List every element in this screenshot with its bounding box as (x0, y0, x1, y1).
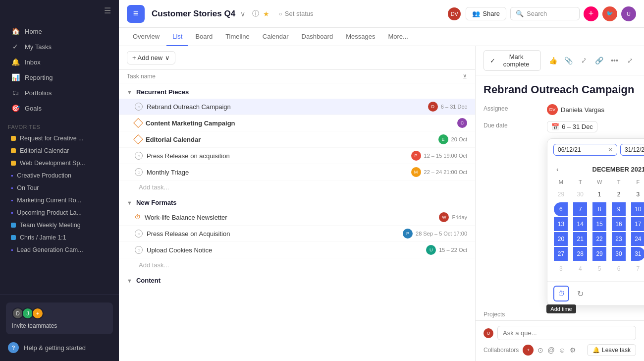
radio-icon[interactable]: ⊙ (537, 346, 543, 354)
cal-day[interactable]: 5 (592, 262, 606, 276)
ask-question-input[interactable] (497, 326, 636, 340)
set-status-button[interactable]: ○ Set status (274, 8, 318, 19)
attach-button[interactable]: 📎 (562, 54, 575, 67)
cal-day[interactable]: 7 (631, 262, 644, 276)
project-chevron-icon[interactable]: ∨ (240, 10, 245, 18)
start-date-clear[interactable]: ✕ (608, 146, 613, 153)
cal-day-20[interactable]: 20 (554, 232, 568, 246)
cal-day-15[interactable]: 15 (592, 217, 606, 231)
cal-day[interactable]: 1 (592, 187, 606, 201)
add-task-new-formats[interactable]: Add task... (119, 258, 475, 272)
invite-teammates-box[interactable]: D J + Invite teammates (6, 302, 113, 334)
calendar-end-input[interactable]: 31/12/21 ✕ (620, 144, 644, 156)
sidebar-item-my-tasks[interactable]: ✓ My Tasks (3, 39, 116, 54)
cal-day-9[interactable]: 9 (612, 202, 626, 216)
add-task-recurrent[interactable]: Add task... (119, 180, 475, 194)
sidebar-item-portfolios[interactable]: 🗂 Portfolios (3, 85, 116, 100)
cal-day[interactable]: 6 (612, 262, 626, 276)
cal-day-10[interactable]: 10 (631, 202, 644, 216)
cal-day-22[interactable]: 22 (592, 232, 606, 246)
add-button[interactable]: + (584, 6, 598, 21)
add-new-button[interactable]: + Add new ∨ (127, 51, 175, 64)
cal-day-30[interactable]: 30 (612, 247, 626, 261)
cal-day-8[interactable]: 8 (592, 202, 606, 216)
cal-day[interactable]: 3 (631, 187, 644, 201)
cal-day[interactable]: 2 (612, 187, 626, 201)
cal-day[interactable]: 30 (573, 187, 587, 201)
calendar-start-input[interactable]: 06/12/21 ✕ (553, 144, 617, 156)
tab-messages[interactable]: Messages (340, 28, 381, 46)
sidebar-item-goals[interactable]: 🎯 Goals (3, 101, 116, 116)
favorites-item[interactable]: Editorial Calendar (3, 145, 116, 157)
favorites-item[interactable]: ▪Upcoming Product La... (3, 207, 116, 219)
cal-day-27[interactable]: 27 (554, 247, 568, 261)
star-icon[interactable]: ★ (263, 10, 269, 18)
favorites-item[interactable]: Web Development Sp... (3, 157, 116, 169)
sidebar-item-inbox[interactable]: 🔔 Inbox (3, 55, 116, 69)
cal-day-23[interactable]: 23 (612, 232, 626, 246)
leave-task-button[interactable]: 🔔 Leave task (587, 344, 636, 356)
repeat-button[interactable]: ↻ (573, 287, 587, 301)
sidebar-toggle-icon[interactable]: ☰ (104, 6, 111, 15)
add-time-button[interactable]: ⏱ (553, 286, 569, 301)
favorites-item[interactable]: ▪On Tour (3, 182, 116, 194)
emoji-icon[interactable]: ☺ (559, 346, 566, 354)
field-value-due-date[interactable]: 📅 6 – 31 Dec (547, 121, 597, 132)
cal-day[interactable]: 29 (554, 187, 568, 201)
user-avatar-1[interactable]: DV (447, 6, 462, 21)
cal-day-13[interactable]: 13 (554, 217, 568, 231)
calendar-prev-button[interactable]: ‹ (553, 165, 561, 174)
tab-timeline[interactable]: Timeline (219, 28, 256, 46)
sidebar-item-reporting[interactable]: 📊 Reporting (3, 70, 116, 85)
sidebar-item-home[interactable]: 🏠 Home (3, 24, 116, 39)
due-date-button[interactable]: 📅 6 – 31 Dec (547, 121, 597, 132)
expand-button[interactable]: ⤢ (624, 54, 636, 67)
task-row-content-marketing[interactable]: Content Marketing Campaign C (119, 115, 475, 131)
cal-day[interactable]: 3 (554, 262, 568, 276)
help-item[interactable]: ? Help & getting started (0, 338, 119, 357)
tab-overview[interactable]: Overview (127, 28, 165, 46)
tab-list[interactable]: List (166, 28, 188, 46)
favorites-item[interactable]: ▪Creative Production (3, 170, 116, 181)
section-new-formats[interactable]: ▼ New Formats (119, 194, 475, 209)
task-row-monthly-triage[interactable]: ○ Monthly Triage M 22 – 24 21:00 Oct (119, 164, 475, 180)
favorites-item[interactable]: ▪Marketing Current Ro... (3, 194, 116, 206)
settings-icon[interactable]: ⚙ (570, 346, 576, 354)
task-row-press-release[interactable]: ○ Press Release on acquisition P 12 – 15… (119, 148, 475, 164)
favorites-item[interactable]: Request for Creative ... (3, 132, 116, 144)
cal-day[interactable]: 4 (573, 262, 587, 276)
search-box[interactable]: 🔍 Search (510, 7, 580, 20)
cal-day-24[interactable]: 24 (631, 232, 644, 246)
cal-day-21[interactable]: 21 (573, 232, 587, 246)
tab-dashboard[interactable]: Dashboard (296, 28, 339, 46)
task-row-work-life[interactable]: ⏱ Work-life Balance Newsletter W Friday (119, 209, 475, 226)
tab-more[interactable]: More... (382, 28, 414, 46)
user-avatar-2[interactable]: 🐦 (602, 6, 617, 21)
cal-day-14[interactable]: 14 (573, 217, 587, 231)
favorites-item[interactable]: Team Weekly Meeting (3, 219, 116, 231)
section-recurrent-pieces[interactable]: ▼ Recurrent Pieces (119, 83, 475, 99)
tab-board[interactable]: Board (189, 28, 218, 46)
like-button[interactable]: 👍 (547, 54, 559, 67)
filter-icon[interactable]: ⊻ (463, 73, 467, 80)
cal-day-31[interactable]: 31 (631, 247, 644, 261)
section-content[interactable]: ▼ Content (119, 272, 475, 287)
at-icon[interactable]: @ (547, 346, 554, 354)
cal-day-17[interactable]: 17 (631, 217, 644, 231)
task-row-editorial[interactable]: Editorial Calendar E 20 Oct (119, 131, 475, 148)
more-button[interactable]: ••• (608, 54, 621, 67)
cal-day-28[interactable]: 28 (573, 247, 587, 261)
favorites-item[interactable]: Chris / Jamie 1:1 (3, 232, 116, 243)
task-row-press-acquisition[interactable]: ○ Press Release on Acquisition P 28 Sep … (119, 226, 475, 242)
link-button[interactable]: 🔗 (593, 54, 605, 67)
info-icon[interactable]: ⓘ (252, 9, 259, 18)
task-row-rebrand[interactable]: ○ Rebrand Outreach Campaign D 6 – 31 Dec (119, 99, 475, 115)
collaborator-avatar-add[interactable]: + (523, 345, 534, 356)
share-button[interactable]: 👥 Share (466, 7, 506, 20)
cal-day-16[interactable]: 16 (612, 217, 626, 231)
mark-complete-button[interactable]: ✓ Mark complete (483, 50, 541, 71)
tab-calendar[interactable]: Calendar (257, 28, 295, 46)
subtask-button[interactable]: ⤦ (578, 54, 590, 67)
task-row-upload-cookies[interactable]: ○ Upload Cookies Notice U 15 – 22 Oct (119, 242, 475, 258)
user-avatar-3[interactable]: U (621, 6, 636, 21)
